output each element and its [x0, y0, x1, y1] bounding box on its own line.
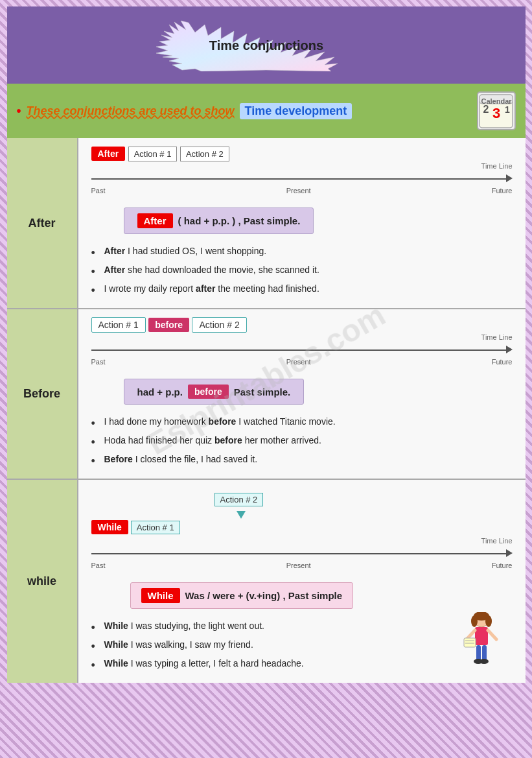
title-burst-svg: Time conjunctions: [156, 19, 376, 71]
before-label: Before: [7, 309, 78, 479]
after-content: After Action # 1 Action # 2 Time Line Pa…: [78, 138, 526, 308]
before-bullet-2: Hoda had finished her quiz before her mo…: [91, 431, 513, 450]
after-b1-bold: After: [104, 246, 126, 256]
while-b1-text: I was studying, the light went out.: [128, 621, 264, 631]
before-formula-text2: Past simple.: [234, 386, 291, 397]
after-action2-tag: Action # 2: [180, 147, 229, 161]
svg-text:2: 2: [483, 104, 489, 115]
svg-rect-14: [476, 645, 481, 661]
svg-line-13: [488, 630, 496, 639]
after-b3-bold2: after: [196, 283, 215, 294]
before-timeline-line: [91, 342, 513, 357]
while-timeline-label: Time Line: [91, 537, 513, 545]
before-b3-bold: Before: [104, 454, 133, 464]
title-burst: Time conjunctions: [156, 19, 376, 74]
after-label: After: [7, 138, 78, 308]
before-bullet-3: Before I closed the file, I had saved it…: [91, 450, 513, 469]
before-formula-text1: had + p.p.: [137, 386, 183, 397]
svg-rect-15: [482, 645, 487, 661]
before-tag: before: [148, 318, 189, 332]
while-formula: While Was / were + (v.+ing) , Past simpl…: [130, 582, 354, 609]
before-formula-tag: before: [188, 385, 229, 399]
after-row: After After Action # 1 Action # 2 Time L…: [7, 138, 526, 309]
after-bullets: After I had studied OS, I went shopping.…: [91, 242, 513, 298]
page-container: Time conjunctions • These conjunctions a…: [7, 6, 526, 683]
while-timeline-axis: Past Present Future: [91, 562, 513, 569]
title-text: Time conjunctions: [209, 38, 323, 53]
content-area: After After Action # 1 Action # 2 Time L…: [7, 138, 526, 683]
before-row: Before Action # 1 before Action # 2 Time…: [7, 309, 526, 480]
after-b2-bold: After: [104, 265, 126, 275]
after-b1-text: I had studied OS, I went shopping.: [125, 246, 266, 256]
after-timeline-line: [91, 171, 513, 185]
after-bullet-2: After she had downloaded the movie, she …: [91, 261, 513, 279]
before-action1-tag: Action # 1: [91, 317, 146, 333]
girl-svg: [457, 612, 506, 670]
after-timeline-label: Time Line: [91, 162, 513, 170]
calendar-icon: Calendar 3 2 1: [477, 91, 516, 130]
banner-text-orange: These conjunctions are used to show: [27, 104, 235, 118]
before-b3-text2: I closed the file, I had saved it.: [133, 454, 257, 464]
before-timeline-tags: Action # 1 before Action # 2: [91, 319, 513, 331]
while-timeline-line: [91, 546, 513, 560]
banner-bullet: •: [17, 104, 21, 119]
while-bullets-area: While I was studying, the light went out…: [91, 617, 513, 673]
before-b2-text2: her mother arrived.: [242, 435, 321, 445]
before-timeline-axis: Past Present Future: [91, 358, 513, 366]
after-bullet-1: After I had studied OS, I went shopping.: [91, 242, 513, 261]
while-bullet-2: While I was walking, I saw my friend.: [91, 635, 513, 654]
while-formula-text: Was / were + (v.+ing) , Past simple: [185, 590, 343, 601]
while-b1-bold: While: [104, 621, 128, 631]
while-b3-text: I was typing a letter, I felt a hard hea…: [128, 658, 304, 669]
girl-illustration: [457, 612, 506, 673]
svg-point-9: [471, 615, 478, 627]
before-formula: had + p.p. before Past simple.: [124, 379, 305, 405]
before-b1-text2: I watched Titanic movie.: [236, 416, 335, 427]
while-timeline-diagram: Action # 2 While Action # 1 Time Line: [91, 493, 513, 569]
while-arrow-icon: [237, 511, 246, 519]
while-formula-tag: While: [141, 588, 180, 603]
while-mid-row: While Action # 1: [91, 520, 513, 534]
before-bullets: I had done my homework before I watched …: [91, 412, 513, 469]
while-action1-tag: Action # 1: [131, 521, 180, 534]
while-action2-tag: Action # 2: [214, 493, 264, 506]
while-bullets: While I was studying, the light went out…: [91, 617, 513, 673]
svg-point-17: [480, 659, 489, 664]
svg-text:1: 1: [505, 104, 510, 115]
before-b2-text: Hoda had finished her quiz: [104, 435, 214, 445]
before-timeline-label: Time Line: [91, 333, 513, 341]
before-action2-tag: Action # 2: [192, 317, 246, 333]
svg-text:3: 3: [492, 105, 500, 121]
after-b3-text: I wrote my daily report: [104, 283, 196, 294]
while-arrow: [231, 508, 513, 520]
after-b2-text: she had downloaded the movie, she scanne…: [125, 265, 319, 275]
while-content: Action # 2 While Action # 1 Time Line: [78, 480, 526, 683]
after-timeline-tags: After Action # 1 Action # 2: [91, 148, 513, 160]
before-b1-bold: before: [209, 416, 237, 427]
svg-point-10: [485, 615, 492, 627]
while-bullet-1: While I was studying, the light went out…: [91, 617, 513, 635]
while-bullet-3: While I was typing a letter, I felt a ha…: [91, 654, 513, 673]
before-bullet-1: I had done my homework before I watched …: [91, 412, 513, 431]
while-action2-above: Action # 2: [214, 493, 513, 506]
banner: • These conjunctions are used to show Ti…: [7, 84, 526, 138]
after-formula: After ( had + p.p. ) , Past simple.: [124, 207, 314, 234]
after-tag: After: [91, 147, 126, 161]
before-content: Action # 1 before Action # 2 Time Line P…: [78, 309, 526, 479]
while-tag: While: [91, 520, 128, 534]
after-action1-tag: Action # 1: [128, 147, 178, 161]
header-section: Time conjunctions: [7, 6, 526, 84]
while-b2-bold: While: [104, 639, 128, 650]
after-b3-text2: the meeting had finished.: [215, 283, 319, 294]
banner-text-blue: Time development: [240, 103, 353, 119]
svg-rect-11: [475, 627, 488, 645]
after-formula-tag: After: [137, 213, 173, 228]
before-b2-bold: before: [214, 435, 242, 445]
before-b1-text: I had done my homework: [104, 416, 209, 427]
svg-rect-18: [464, 638, 476, 647]
while-label: while: [7, 480, 78, 683]
while-row: while Action # 2 While Action # 1: [7, 480, 526, 683]
while-b3-bold: While: [104, 658, 128, 669]
while-b2-text: I was walking, I saw my friend.: [128, 639, 253, 650]
after-formula-text: ( had + p.p. ) , Past simple.: [178, 215, 301, 226]
